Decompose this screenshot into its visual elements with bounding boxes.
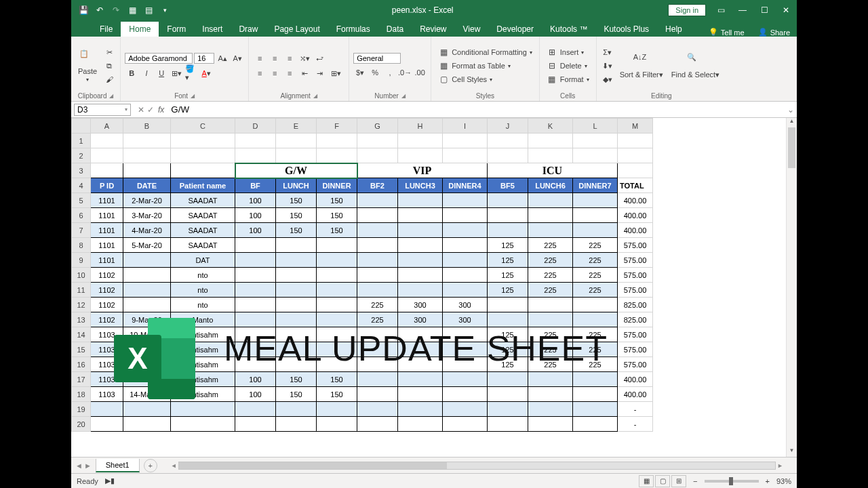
cell-M17[interactable]: 400.00	[618, 372, 653, 387]
cell-J5[interactable]	[488, 193, 528, 208]
cell-L13[interactable]	[573, 312, 618, 327]
cell-I17[interactable]	[443, 372, 488, 387]
cell-D14[interactable]	[235, 327, 276, 342]
cell[interactable]	[123, 148, 171, 163]
decrease-indent-icon[interactable]: ⇤	[298, 67, 311, 79]
scroll-down-icon[interactable]: ▼	[787, 447, 797, 457]
cell[interactable]	[171, 163, 235, 178]
clear-icon[interactable]: ◆▾	[601, 73, 614, 85]
next-sheet-icon[interactable]: ►	[84, 462, 92, 470]
cell-styles-button[interactable]: ▢Cell Styles▾	[435, 73, 535, 85]
cell-G6[interactable]	[357, 208, 398, 223]
header-dinner4[interactable]: DINNER4	[443, 178, 488, 193]
cell-J14[interactable]: 125	[488, 327, 528, 342]
cell-E10[interactable]	[276, 268, 317, 283]
header-dinner[interactable]: DINNER	[317, 178, 357, 193]
insert-cells-button[interactable]: ⊞Insert▾	[544, 46, 592, 58]
cell-D17[interactable]: 100	[235, 372, 276, 387]
cell-F9[interactable]	[317, 253, 357, 268]
name-box[interactable]: D3▾	[74, 104, 131, 116]
cell-I20[interactable]	[443, 417, 488, 432]
increase-font-icon[interactable]: A▴	[216, 52, 229, 64]
row-header-3[interactable]: 3	[72, 163, 91, 178]
share-button[interactable]: 👤Share	[751, 28, 797, 37]
col-header-D[interactable]: D	[235, 119, 276, 134]
tell-me[interactable]: 💡Tell me	[702, 28, 751, 37]
cell-J16[interactable]: 125	[488, 357, 528, 372]
cell[interactable]	[123, 134, 171, 148]
cell-J19[interactable]	[488, 402, 528, 417]
add-sheet-button[interactable]: +	[144, 459, 157, 472]
cell-L10[interactable]: 225	[573, 268, 618, 283]
cell-I8[interactable]	[443, 238, 488, 253]
hscroll-left-icon[interactable]: ◄	[171, 462, 177, 469]
cell-A7[interactable]: 1101	[91, 223, 123, 238]
cell-F19[interactable]	[317, 402, 357, 417]
cell-B10[interactable]	[123, 268, 171, 283]
dialog-launcher-icon[interactable]: ◢	[191, 93, 195, 99]
cell-A20[interactable]	[91, 417, 123, 432]
tab-help[interactable]: Help	[657, 22, 690, 37]
close-icon[interactable]: ✕	[775, 0, 797, 20]
cell-C15[interactable]: Ahtisahm	[171, 342, 235, 357]
cell-D13[interactable]	[235, 312, 276, 327]
cell-L14[interactable]: 225	[573, 327, 618, 342]
cell-K20[interactable]	[528, 417, 573, 432]
cell-I16[interactable]	[443, 357, 488, 372]
underline-button[interactable]: U	[155, 67, 168, 79]
normal-view-icon[interactable]: ▦	[639, 475, 654, 487]
decrease-font-icon[interactable]: A▾	[231, 52, 244, 64]
format-as-table-button[interactable]: ▦Format as Table▾	[435, 60, 535, 72]
cell-G14[interactable]	[357, 327, 398, 342]
cell-M16[interactable]: 575.00	[618, 357, 653, 372]
cell-G10[interactable]	[357, 268, 398, 283]
cell-C13[interactable]: Manto	[171, 312, 235, 327]
cell-H11[interactable]	[398, 283, 443, 298]
italic-button[interactable]: I	[140, 67, 153, 79]
tab-draw[interactable]: Draw	[231, 22, 266, 37]
cell-M11[interactable]: 575.00	[618, 283, 653, 298]
cell-F5[interactable]: 150	[317, 193, 357, 208]
header-bf5[interactable]: BF5	[488, 178, 528, 193]
bold-button[interactable]: B	[125, 67, 138, 79]
cell-K12[interactable]	[528, 298, 573, 312]
cell-J15[interactable]: 125	[488, 342, 528, 357]
cell-B12[interactable]	[123, 298, 171, 312]
cell-J17[interactable]	[488, 372, 528, 387]
align-middle-icon[interactable]: ≡	[268, 52, 281, 64]
cell-E19[interactable]	[276, 402, 317, 417]
col-header-K[interactable]: K	[528, 119, 573, 134]
col-header-C[interactable]: C	[171, 119, 235, 134]
header-bf[interactable]: BF	[235, 178, 276, 193]
cell-H16[interactable]	[398, 357, 443, 372]
increase-indent-icon[interactable]: ⇥	[313, 67, 326, 79]
cell[interactable]	[618, 163, 653, 178]
save-icon[interactable]: 💾	[77, 3, 90, 17]
cancel-formula-icon[interactable]: ✕	[138, 105, 144, 115]
cell-I12[interactable]: 300	[443, 298, 488, 312]
cell-M10[interactable]: 575.00	[618, 268, 653, 283]
cell-B15[interactable]: 11-Mar-20	[123, 342, 171, 357]
col-header-J[interactable]: J	[488, 119, 528, 134]
tab-file[interactable]: File	[92, 22, 121, 37]
cell-G8[interactable]	[357, 238, 398, 253]
cell[interactable]	[488, 148, 528, 163]
cell-J13[interactable]	[488, 312, 528, 327]
tab-data[interactable]: Data	[378, 22, 412, 37]
cell-K14[interactable]: 225	[528, 327, 573, 342]
font-size-combo[interactable]	[194, 53, 214, 64]
cell-D16[interactable]	[235, 357, 276, 372]
cell-E12[interactable]	[276, 298, 317, 312]
cell-C10[interactable]: nto	[171, 268, 235, 283]
col-header-I[interactable]: I	[443, 119, 488, 134]
row-header-12[interactable]: 12	[72, 298, 91, 312]
cell-M8[interactable]: 575.00	[618, 238, 653, 253]
col-header-H[interactable]: H	[398, 119, 443, 134]
cell[interactable]	[357, 148, 398, 163]
scroll-thumb[interactable]	[788, 127, 795, 168]
page-layout-view-icon[interactable]: ▢	[655, 475, 670, 487]
cell-G13[interactable]: 225	[357, 312, 398, 327]
cell-C14[interactable]: Ahtisahm	[171, 327, 235, 342]
cell[interactable]	[235, 148, 276, 163]
decrease-decimal-icon[interactable]: .00	[413, 66, 427, 79]
